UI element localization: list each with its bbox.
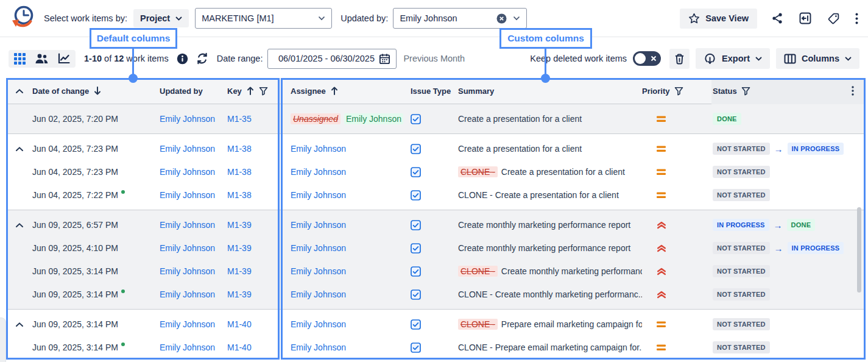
people-view-icon[interactable]	[35, 53, 49, 65]
priority-cell	[642, 344, 711, 351]
date-of-change-cell: Jun 09, 2025, 3:14 PM	[32, 319, 160, 329]
assignee-link[interactable]: Emily Johnson	[291, 266, 346, 276]
header-date-of-change[interactable]: Date of change	[32, 86, 160, 96]
table-row[interactable]: Jun 09, 2025, 3:14 PM Emily Johnson M1-4…	[6, 313, 866, 336]
assignee-link[interactable]: Emily Johnson	[291, 144, 346, 154]
info-icon[interactable]	[177, 53, 188, 65]
work-item-key-link[interactable]: M1-40	[227, 319, 252, 329]
sort-asc-icon[interactable]	[246, 86, 255, 96]
created-dot	[121, 342, 125, 346]
task-checkbox-icon	[411, 319, 421, 330]
sort-desc-icon[interactable]	[93, 86, 102, 96]
table-row[interactable]: Jun 09, 2025, 3:14 PM Emily Johnson M1-3…	[6, 283, 866, 306]
assignee-link[interactable]: Emily Johnson	[291, 342, 346, 352]
updated-by-link[interactable]: Emily Johnson	[160, 289, 215, 299]
header-assignee[interactable]: Assignee	[281, 86, 409, 96]
assignee-link[interactable]: Emily Johnson	[291, 220, 346, 230]
created-dot	[121, 289, 125, 293]
summary-text: Create a presentation for a client	[501, 167, 625, 177]
date-range-input[interactable]: 06/01/2025 - 06/30/2025	[267, 49, 397, 69]
table-row[interactable]: Jun 09, 2025, 3:14 PM Emily Johnson M1-4…	[6, 336, 866, 359]
header-issue-type[interactable]: Issue Type	[409, 87, 458, 96]
priority-cell	[642, 321, 711, 328]
work-item-key-link[interactable]: M1-39	[227, 289, 252, 299]
header-status[interactable]: Status	[711, 78, 839, 104]
status-transition-arrow: →	[774, 220, 783, 230]
work-item-key-link[interactable]: M1-38	[227, 190, 252, 200]
collapse-group-icon[interactable]	[15, 146, 24, 152]
date-of-change-cell: Jun 04, 2025, 7:23 PM	[32, 144, 160, 154]
collapse-group-icon[interactable]	[15, 322, 24, 327]
delete-button[interactable]	[669, 49, 690, 69]
table-row[interactable]: Jun 04, 2025, 7:23 PM Emily Johnson M1-3…	[6, 160, 866, 183]
sort-asc-icon[interactable]	[330, 86, 339, 96]
summary-cell: CLONE - Create a presentation for a clie…	[458, 190, 642, 200]
filter-icon[interactable]	[674, 87, 683, 96]
work-item-key-link[interactable]: M1-39	[227, 266, 252, 276]
export-button[interactable]: Export	[696, 48, 770, 69]
updated-by-link[interactable]: Emily Johnson	[160, 220, 215, 230]
status-badge: IN PROGRESS	[788, 143, 844, 155]
summary-text: Create monthly marketing performance rep…	[458, 243, 630, 253]
updated-by-link[interactable]: Emily Johnson	[160, 342, 215, 352]
refresh-icon[interactable]	[196, 52, 208, 65]
assignee-link[interactable]: Emily Johnson	[291, 243, 346, 253]
updated-by-select[interactable]: Emily Johnson	[393, 8, 527, 29]
work-item-key-link[interactable]: M1-39	[227, 243, 252, 253]
saved-views-button[interactable]	[797, 10, 813, 26]
table-view-icon[interactable]	[14, 53, 26, 65]
header-menu-cell[interactable]	[839, 78, 866, 104]
updated-by-link[interactable]: Emily Johnson	[160, 114, 215, 124]
columns-button[interactable]: Columns	[776, 48, 859, 69]
calendar-icon[interactable]	[379, 53, 390, 65]
assignee-link[interactable]: Emily Johnson	[291, 319, 346, 329]
work-items-count: 1-10 of 12 work items	[84, 54, 169, 63]
assignee-link[interactable]: Emily Johnson	[291, 190, 346, 200]
collapse-all-cell[interactable]	[6, 88, 32, 94]
chevron-down-icon	[513, 16, 520, 21]
previous-month-label[interactable]: Previous Month	[403, 54, 465, 63]
updated-by-link[interactable]: Emily Johnson	[160, 167, 215, 177]
collapse-group-icon[interactable]	[15, 222, 24, 228]
table-row[interactable]: Jun 02, 2025, 7:20 PM Emily Johnson M1-3…	[6, 107, 866, 130]
updated-by-link[interactable]: Emily Johnson	[160, 190, 215, 200]
priority-highest-icon	[657, 268, 666, 275]
kebab-menu-icon	[855, 13, 858, 24]
keep-deleted-toggle[interactable]	[633, 51, 661, 66]
header-priority[interactable]: Priority	[642, 87, 711, 96]
trend-view-icon[interactable]	[58, 53, 70, 64]
priority-cell	[642, 192, 711, 199]
header-summary[interactable]: Summary	[458, 87, 642, 96]
filter-icon[interactable]	[741, 87, 750, 96]
assignee-link[interactable]: Emily Johnson	[291, 289, 346, 299]
table-row[interactable]: Jun 09, 2025, 6:57 PM Emily Johnson M1-3…	[6, 213, 866, 236]
updated-by-link[interactable]: Emily Johnson	[160, 319, 215, 329]
assignee-link[interactable]: Emily Johnson	[291, 167, 346, 177]
updated-by-link[interactable]: Emily Johnson	[160, 144, 215, 154]
work-item-key-link[interactable]: M1-38	[227, 167, 252, 177]
project-select[interactable]: MARKETING [M1]	[195, 8, 332, 29]
table-row[interactable]: Jun 09, 2025, 4:10 PM Emily Johnson M1-3…	[6, 236, 866, 260]
clear-filter-icon[interactable]	[496, 13, 507, 24]
more-actions-button[interactable]	[854, 12, 859, 26]
work-item-key-link[interactable]: M1-35	[227, 114, 252, 124]
table-row[interactable]: Jun 09, 2025, 3:14 PM Emily Johnson M1-3…	[6, 260, 866, 283]
header-key[interactable]: Key	[227, 86, 281, 96]
updated-by-link[interactable]: Emily Johnson	[160, 266, 215, 276]
tag-button[interactable]	[826, 11, 841, 26]
table-row[interactable]: Jun 04, 2025, 7:22 PM Emily Johnson M1-3…	[6, 183, 866, 207]
save-view-button[interactable]: Save View	[680, 9, 757, 29]
share-button[interactable]	[770, 11, 785, 26]
header-updated-by[interactable]: Updated by	[160, 87, 227, 96]
vertical-scrollbar-thumb[interactable]	[857, 207, 861, 293]
status-badge: NOT STARTED	[713, 341, 770, 353]
table-row[interactable]: Jun 04, 2025, 7:23 PM Emily Johnson M1-3…	[6, 137, 866, 160]
updated-by-link[interactable]: Emily Johnson	[160, 243, 215, 253]
summary-text: CLONE - Prepare email marketing campaign…	[458, 342, 642, 352]
work-item-key-link[interactable]: M1-40	[227, 342, 252, 352]
select-mode-dropdown[interactable]: Project	[133, 9, 189, 27]
filter-icon[interactable]	[259, 87, 268, 96]
work-item-key-link[interactable]: M1-38	[227, 144, 252, 154]
work-item-key-link[interactable]: M1-39	[227, 220, 252, 230]
assignee-cell: Emily Johnson	[281, 289, 409, 299]
